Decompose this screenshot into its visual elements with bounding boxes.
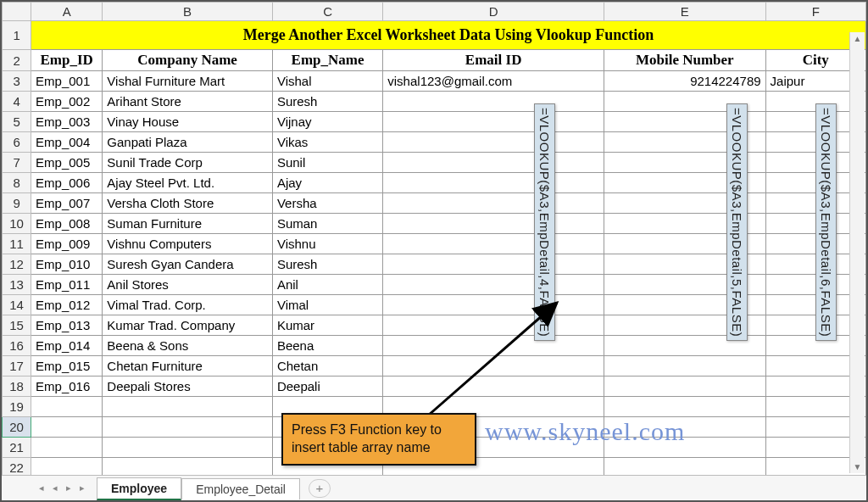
cell-empty[interactable] <box>103 438 273 458</box>
cell-B5[interactable]: Vinay House <box>103 112 273 132</box>
cell-C16[interactable]: Beena <box>272 336 382 356</box>
scroll-up-icon[interactable]: ▲ <box>852 32 864 45</box>
cell-B11[interactable]: Vishnu Computers <box>103 234 273 254</box>
cell-empty[interactable] <box>103 417 273 438</box>
row-header[interactable]: 17 <box>3 356 31 376</box>
row-header[interactable]: 14 <box>3 295 31 315</box>
row-header[interactable]: 15 <box>3 315 31 336</box>
cell-D6[interactable] <box>383 132 604 153</box>
cell-C18[interactable]: Deepali <box>272 376 382 397</box>
col-header-B[interactable]: B <box>103 3 273 21</box>
cell-B13[interactable]: Anil Stores <box>103 275 273 295</box>
cell-D10[interactable] <box>383 214 604 234</box>
cell-D3[interactable]: vishal123@gmail.com <box>383 71 604 92</box>
cell-C11[interactable]: Vishnu <box>272 234 382 254</box>
cell-C10[interactable]: Suman <box>272 214 382 234</box>
row-header[interactable]: 2 <box>3 50 31 71</box>
cell-A18[interactable]: Emp_016 <box>31 376 103 397</box>
cell-A3[interactable]: Emp_001 <box>31 71 103 92</box>
cell-B3[interactable]: Vishal Furniture Mart <box>103 71 273 92</box>
col-header-A[interactable]: A <box>31 3 103 21</box>
cell-B4[interactable]: Arihant Store <box>103 92 273 112</box>
cell-C17[interactable]: Chetan <box>272 356 382 376</box>
row-header[interactable]: 20 <box>3 417 31 438</box>
cell-B14[interactable]: Vimal Trad. Corp. <box>103 295 273 315</box>
row-header[interactable]: 10 <box>3 214 31 234</box>
cell-D7[interactable] <box>383 153 604 173</box>
hdr-mobile[interactable]: Mobile Number <box>604 50 766 71</box>
cell-empty[interactable] <box>103 397 273 417</box>
row-header[interactable]: 8 <box>3 173 31 193</box>
cell-B17[interactable]: Chetan Furniture <box>103 356 273 376</box>
cell-E18[interactable] <box>604 376 766 397</box>
sheet-title[interactable]: Merge Another Excel Worksheet Data Using… <box>31 21 866 50</box>
tab-employee-detail[interactable]: Employee_Detail <box>181 478 300 499</box>
row-header[interactable]: 3 <box>3 71 31 92</box>
row-header[interactable]: 13 <box>3 275 31 295</box>
cell-B7[interactable]: Sunil Trade Corp <box>103 153 273 173</box>
row-header[interactable]: 9 <box>3 193 31 214</box>
tab-employee[interactable]: Employee <box>97 477 181 500</box>
cell-B12[interactable]: Suresh Gyan Candera <box>103 254 273 275</box>
vertical-scrollbar[interactable]: ▲ ▼ <box>849 32 865 473</box>
cell-C13[interactable]: Anil <box>272 275 382 295</box>
row-header[interactable]: 11 <box>3 234 31 254</box>
cell-B8[interactable]: Ajay Steel Pvt. Ltd. <box>103 173 273 193</box>
cell-A12[interactable]: Emp_010 <box>31 254 103 275</box>
cell-B6[interactable]: Ganpati Plaza <box>103 132 273 153</box>
cell-A8[interactable]: Emp_006 <box>31 173 103 193</box>
row-header[interactable]: 6 <box>3 132 31 153</box>
cell-C14[interactable]: Vimal <box>272 295 382 315</box>
scroll-down-icon[interactable]: ▼ <box>852 460 864 473</box>
row-header[interactable]: 7 <box>3 153 31 173</box>
cell-C12[interactable]: Suresh <box>272 254 382 275</box>
hdr-emp-name[interactable]: Emp_Name <box>272 50 382 71</box>
cell-A13[interactable]: Emp_011 <box>31 275 103 295</box>
tab-prev-icon[interactable]: ◂ <box>49 482 61 494</box>
cell-A6[interactable]: Emp_004 <box>31 132 103 153</box>
cell-A14[interactable]: Emp_012 <box>31 295 103 315</box>
cell-E17[interactable] <box>604 356 766 376</box>
hdr-email[interactable]: Email ID <box>383 50 604 71</box>
row-header[interactable]: 19 <box>3 397 31 417</box>
cell-D16[interactable] <box>383 336 604 356</box>
select-all-corner[interactable] <box>3 3 31 21</box>
cell-A5[interactable]: Emp_003 <box>31 112 103 132</box>
tab-last-icon[interactable]: ▸ <box>76 482 88 494</box>
tab-first-icon[interactable]: ◂ <box>36 482 47 494</box>
cell-A4[interactable]: Emp_002 <box>31 92 103 112</box>
cell-empty[interactable] <box>31 438 103 458</box>
cell-B10[interactable]: Suman Furniture <box>103 214 273 234</box>
row-header[interactable]: 12 <box>3 254 31 275</box>
cell-E3[interactable]: 9214224789 <box>604 71 766 92</box>
cell-A7[interactable]: Emp_005 <box>31 153 103 173</box>
cell-A16[interactable]: Emp_014 <box>31 336 103 356</box>
cell-B15[interactable]: Kumar Trad. Company <box>103 315 273 336</box>
row-header[interactable]: 1 <box>3 21 31 50</box>
cell-B16[interactable]: Beena & Sons <box>103 336 273 356</box>
row-header[interactable]: 21 <box>3 438 31 458</box>
cell-A9[interactable]: Emp_007 <box>31 193 103 214</box>
cell-B9[interactable]: Versha Cloth Store <box>103 193 273 214</box>
cell-empty[interactable] <box>31 397 103 417</box>
tab-next-icon[interactable]: ▸ <box>63 482 75 494</box>
hdr-company[interactable]: Company Name <box>103 50 273 71</box>
cell-A11[interactable]: Emp_009 <box>31 234 103 254</box>
col-header-D[interactable]: D <box>383 3 604 21</box>
cell-C7[interactable]: Sunil <box>272 153 382 173</box>
col-header-E[interactable]: E <box>604 3 766 21</box>
cell-C8[interactable]: Ajay <box>272 173 382 193</box>
hdr-emp-id[interactable]: Emp_ID <box>31 50 103 71</box>
row-header[interactable]: 18 <box>3 376 31 397</box>
cell-B18[interactable]: Deepali Stores <box>103 376 273 397</box>
cell-C4[interactable]: Suresh <box>272 92 382 112</box>
col-header-C[interactable]: C <box>272 3 382 21</box>
cell-D15[interactable] <box>383 315 604 336</box>
cell-A10[interactable]: Emp_008 <box>31 214 103 234</box>
cell-D4[interactable] <box>383 92 604 112</box>
cell-empty[interactable] <box>31 417 103 438</box>
row-header[interactable]: 16 <box>3 336 31 356</box>
cell-D18[interactable] <box>383 376 604 397</box>
cell-A15[interactable]: Emp_013 <box>31 315 103 336</box>
cell-D5[interactable] <box>383 112 604 132</box>
